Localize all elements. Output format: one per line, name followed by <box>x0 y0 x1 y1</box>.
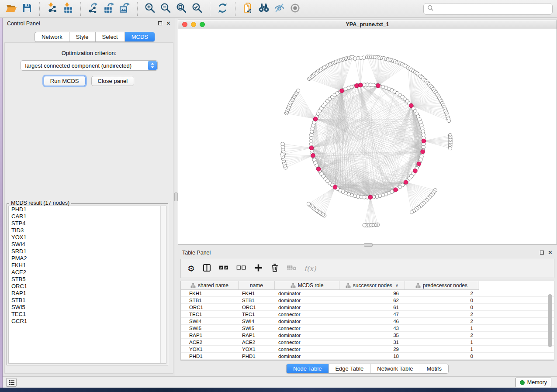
list-item[interactable]: CAR1 <box>9 213 166 220</box>
mcds-node[interactable] <box>311 154 315 158</box>
tab-node-table[interactable]: Node Table <box>287 364 329 373</box>
vertical-splitter-handle[interactable] <box>174 193 178 201</box>
mcds-node[interactable] <box>358 83 363 87</box>
table-row[interactable]: ORC1ORC1dominator610 <box>181 304 554 311</box>
table-row[interactable]: STB1STB1dominator620 <box>181 297 554 304</box>
deselect-all-icon[interactable] <box>236 264 246 273</box>
network-node[interactable] <box>448 146 452 150</box>
mcds-node[interactable] <box>422 139 426 143</box>
mcds-node[interactable] <box>333 185 337 189</box>
column-header-mcds-role[interactable]: MCDS role <box>275 281 339 289</box>
show-graphics-details-button[interactable] <box>288 2 302 16</box>
column-header-shared-name[interactable]: shared name <box>181 281 239 289</box>
list-item[interactable]: TEC1 <box>9 311 166 318</box>
show-columns-icon[interactable] <box>202 263 211 274</box>
table-row[interactable]: ACE2ACE2connector311 <box>181 339 554 346</box>
table-row[interactable]: YOX1YOX1connector291 <box>181 346 554 353</box>
minimize-window-icon[interactable] <box>191 22 196 27</box>
network-canvas[interactable] <box>178 29 557 244</box>
list-item[interactable]: ORC1 <box>9 283 166 290</box>
table-row[interactable]: FKH1FKH1dominator962 <box>181 290 554 297</box>
list-item[interactable]: STP4 <box>9 220 166 227</box>
tab-network[interactable]: Network <box>35 32 69 41</box>
network-node[interactable] <box>307 202 310 206</box>
table-scrollbar-thumb[interactable] <box>548 294 552 347</box>
export-network-button[interactable] <box>86 2 100 16</box>
export-table-button[interactable] <box>102 2 116 16</box>
import-table-button[interactable] <box>61 2 75 16</box>
tab-edge-table[interactable]: Edge Table <box>329 364 370 373</box>
mcds-node[interactable] <box>313 117 318 121</box>
list-item[interactable]: RAP1 <box>9 290 166 297</box>
mcds-node[interactable] <box>376 84 381 88</box>
zoom-selected-button[interactable] <box>190 2 204 16</box>
list-item[interactable]: PHD1 <box>9 206 166 213</box>
table-row[interactable]: SWI5SWI5connector431 <box>181 325 554 332</box>
tab-style[interactable]: Style <box>69 32 96 41</box>
column-header-predecessor-nodes[interactable]: predecessor nodes <box>405 281 478 289</box>
mcds-node[interactable] <box>355 84 359 88</box>
table-row[interactable]: TEC1TEC1connector472 <box>181 311 554 318</box>
zoom-in-button[interactable] <box>143 2 157 16</box>
close-panel-icon[interactable]: ✕ <box>548 250 553 255</box>
export-image-button[interactable] <box>118 2 131 16</box>
list-item[interactable]: PMA2 <box>9 255 166 262</box>
mcds-node[interactable] <box>394 188 398 192</box>
optimization-criterion-select[interactable]: largest connected component (undirected) <box>21 60 158 71</box>
zoom-out-button[interactable] <box>159 2 173 16</box>
refresh-layout-button[interactable] <box>216 2 229 16</box>
tab-motifs[interactable]: Motifs <box>420 364 448 373</box>
search-network-button[interactable] <box>257 2 270 16</box>
node-table[interactable]: shared name name MCDS role successor nod… <box>180 281 554 361</box>
network-node[interactable] <box>296 89 300 93</box>
mcds-node[interactable] <box>340 89 344 93</box>
close-panel-icon[interactable]: ✕ <box>166 21 171 26</box>
horizontal-splitter-handle[interactable] <box>364 243 373 247</box>
tab-mcds[interactable]: MCDS <box>125 32 155 41</box>
float-panel-icon[interactable] <box>540 251 544 254</box>
list-item[interactable]: YOX1 <box>9 234 166 241</box>
select-all-icon[interactable] <box>219 264 229 273</box>
show-task-history-button[interactable] <box>6 378 17 387</box>
list-item[interactable]: SWI4 <box>9 241 166 248</box>
network-node[interactable] <box>447 119 450 122</box>
float-panel-icon[interactable] <box>158 21 162 25</box>
memory-button[interactable]: Memory <box>515 378 551 387</box>
network-node[interactable] <box>362 56 365 59</box>
network-node[interactable] <box>280 153 284 156</box>
mcds-node[interactable] <box>421 150 425 154</box>
mcds-node[interactable] <box>413 169 418 173</box>
tab-select[interactable]: Select <box>96 32 125 41</box>
add-column-icon[interactable] <box>254 263 263 274</box>
column-header-successor-nodes[interactable]: successor nodes ∨ <box>339 281 405 289</box>
list-item[interactable]: SRD1 <box>9 248 166 255</box>
table-settings-icon[interactable]: ⚙ <box>187 265 195 273</box>
maximize-window-icon[interactable] <box>200 22 205 27</box>
network-window-titlebar[interactable]: YPA_prune.txt_1 <box>178 20 557 29</box>
network-node[interactable] <box>410 210 414 214</box>
save-session-button[interactable] <box>20 2 34 16</box>
mcds-node[interactable] <box>417 162 421 166</box>
list-item[interactable]: STB5 <box>9 276 166 283</box>
network-node[interactable] <box>363 224 366 227</box>
search-input[interactable] <box>436 6 549 12</box>
list-item[interactable]: GCR1 <box>9 318 166 325</box>
tab-network-table[interactable]: Network Table <box>370 364 420 373</box>
list-item[interactable]: ACE2 <box>9 269 166 276</box>
table-row[interactable]: RAP1RAP1dominator352 <box>181 332 554 339</box>
open-session-button[interactable] <box>4 2 18 16</box>
hide-graphics-details-button[interactable] <box>273 2 286 16</box>
close-panel-button[interactable]: Close panel <box>91 76 135 86</box>
network-node[interactable] <box>363 83 366 86</box>
mcds-node[interactable] <box>309 146 314 150</box>
column-header-name[interactable]: name <box>239 281 275 289</box>
zoom-fit-button[interactable] <box>175 2 188 16</box>
network-node[interactable] <box>281 142 284 146</box>
close-window-icon[interactable] <box>182 22 187 27</box>
network-search-box[interactable] <box>423 3 553 15</box>
mcds-node[interactable] <box>368 195 373 199</box>
list-item[interactable]: SWI5 <box>9 304 166 311</box>
table-row[interactable]: SWI4SWI4dominator462 <box>181 318 554 325</box>
mcds-list-scrollbar[interactable] <box>160 206 166 363</box>
list-item[interactable]: STB1 <box>9 297 166 304</box>
